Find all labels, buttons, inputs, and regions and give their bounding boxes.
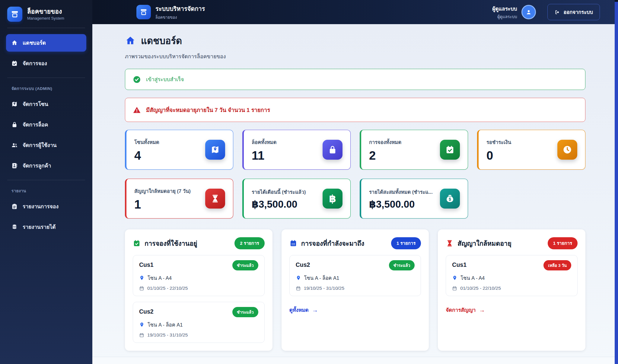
stat-card-bookings: การจองทั้งหมด 2 xyxy=(360,130,468,170)
scrollbar-thumb[interactable] xyxy=(615,2,618,364)
booking-dates: 01/10/25 - 22/10/25 xyxy=(147,286,188,291)
customer-name: Cus1 xyxy=(139,260,154,268)
booking-card: Cus1 เหลือ 3 วัน โซน A - A4 01/10/25 - 2… xyxy=(446,255,578,296)
map-pin-icon xyxy=(296,275,301,281)
home-icon xyxy=(11,40,18,46)
app-logo: ล็อคขายของ Management System xyxy=(0,0,92,28)
stat-value: ฿3,500.00 xyxy=(252,199,306,209)
clipboard-icon xyxy=(11,203,18,210)
avatar[interactable] xyxy=(521,5,536,19)
user-name: ผู้ดูแลระบบ xyxy=(492,5,517,13)
calendar-icon xyxy=(139,333,144,338)
booking-location: โซน A - ล็อค A1 xyxy=(148,321,183,329)
logout-icon xyxy=(554,9,560,15)
panel-title: การจองที่กำลังจะมาถึง xyxy=(301,238,391,248)
paid-badge: ชำระแล้ว xyxy=(389,260,415,270)
header-subtitle: ล็อคขายของ xyxy=(155,14,205,21)
arrow-right-icon: → xyxy=(312,307,318,313)
panels-row: การจองที่ใช้งานอยู่ 2 รายการ Cus1 ชำระแล… xyxy=(125,229,585,351)
calendar-icon xyxy=(296,286,301,291)
customer-name: Cus2 xyxy=(296,260,310,268)
users-icon xyxy=(11,142,18,148)
sidebar: ล็อคขายของ Management System แดชบอร์ด จั… xyxy=(0,0,92,364)
user-info: ผู้ดูแลระบบ ผู้ดูแลระบบ xyxy=(492,5,517,20)
calendar-check-icon xyxy=(11,60,18,67)
booking-dates: 19/10/25 - 31/10/25 xyxy=(147,332,188,338)
booking-dates: 01/10/25 - 22/10/25 xyxy=(460,286,501,291)
calendar-icon xyxy=(139,286,144,291)
sidebar-section-admin: จัดการระบบ (ADMIN) xyxy=(11,85,81,92)
stat-label: การจองทั้งหมด xyxy=(369,138,401,146)
sidebar-item-bookings[interactable]: จัดการจอง xyxy=(6,55,86,72)
paid-badge: ชำระแล้ว xyxy=(232,307,258,317)
expiring-contracts-panel: สัญญาใกล้หมดอายุ 1 รายการ Cus1 เหลือ 3 ว… xyxy=(438,229,585,351)
map-icon xyxy=(11,101,18,107)
check-circle-icon xyxy=(133,75,141,84)
booking-card: Cus2 ชำระแล้ว โซน A - ล็อค A1 19/10/25 -… xyxy=(289,255,421,296)
sidebar-item-label: จัดการโซน xyxy=(23,100,48,108)
sidebar-item-zones[interactable]: จัดการโซน xyxy=(6,95,86,113)
lock-icon xyxy=(323,140,342,160)
stat-label: รอชำระเงิน xyxy=(486,138,511,146)
stat-label: รายได้เดือนนี้ (ชำระแล้ว) xyxy=(252,188,306,196)
active-bookings-panel: การจองที่ใช้งานอยู่ 2 รายการ Cus1 ชำระแล… xyxy=(125,229,272,351)
stat-value: ฿3,500.00 xyxy=(369,199,433,209)
customer-name: Cus1 xyxy=(452,260,467,268)
sidebar-divider xyxy=(7,180,85,181)
main-content: แดชบอร์ด ภาพรวมของระบบบริหารจัดการล็อคขา… xyxy=(92,24,618,364)
stat-label: ล็อคทั้งหมด xyxy=(252,138,276,146)
stat-value: 4 xyxy=(134,149,159,161)
page-subtitle: ภาพรวมของระบบบริหารจัดการล็อคขายของ xyxy=(125,52,585,61)
user-icon xyxy=(525,9,532,15)
scrollbar[interactable] xyxy=(615,0,618,364)
logout-button[interactable]: ออกจากระบบ xyxy=(547,4,600,20)
manage-contracts-link[interactable]: จัดการสัญญา → xyxy=(446,306,485,314)
booking-location: โซน A - A4 xyxy=(148,274,172,282)
booking-location: โซน A - ล็อค A1 xyxy=(304,274,339,282)
arrow-right-icon: → xyxy=(479,307,485,313)
booking-card: Cus1 ชำระแล้ว โซน A - A4 01/10/25 - 22/1… xyxy=(133,255,265,296)
baht-icon: ฿ xyxy=(323,189,342,209)
sidebar-item-customers[interactable]: จัดการลูกค้า xyxy=(6,157,86,174)
app-root: ล็อคขายของ Management System แดชบอร์ด จั… xyxy=(0,0,618,364)
upcoming-bookings-panel: การจองที่กำลังจะมาถึง 1 รายการ Cus2 ชำระ… xyxy=(282,229,429,351)
coins-icon xyxy=(11,224,18,230)
sidebar-nav: แดชบอร์ด จัดการจอง จัดการระบบ (ADMIN) จั… xyxy=(0,28,92,236)
sidebar-item-label: จัดการจอง xyxy=(23,59,47,68)
sidebar-item-label: รายงานรายได้ xyxy=(23,223,56,231)
warning-triangle-icon xyxy=(133,106,141,114)
count-badge: 1 รายการ xyxy=(391,237,421,249)
top-bar: ระบบบริหารจัดการ ล็อคขายของ ผู้ดูแลระบบ … xyxy=(92,0,618,24)
hourglass-icon xyxy=(205,189,225,209)
sidebar-item-locks[interactable]: จัดการล็อค xyxy=(6,116,86,133)
sidebar-item-booking-report[interactable]: รายงานการจอง xyxy=(6,198,86,215)
sidebar-item-dashboard[interactable]: แดชบอร์ด xyxy=(6,34,86,52)
stat-label: รายได้สะสมทั้งหมด (ชำระแ... xyxy=(369,188,433,196)
stat-value: 2 xyxy=(369,149,401,161)
stat-card-expiring-contracts: สัญญาใกล้หมดอายุ (7 วัน) 1 xyxy=(125,179,233,219)
sidebar-item-users[interactable]: จัดการผู้ใช้งาน xyxy=(6,136,86,154)
stats-grid: โซนทั้งหมด 4 ล็อคทั้งหมด 11 การจองทั้ง xyxy=(125,130,585,219)
clock-icon xyxy=(557,140,577,160)
booking-location: โซน A - A4 xyxy=(460,274,485,282)
stat-value: 1 xyxy=(134,198,191,210)
paid-badge: ชำระแล้ว xyxy=(232,260,258,270)
sidebar-item-label: จัดการลูกค้า xyxy=(23,161,51,170)
stat-value: 0 xyxy=(486,149,511,161)
sidebar-item-label: รายงานการจอง xyxy=(23,202,59,211)
header-title: ระบบบริหารจัดการ xyxy=(155,4,205,14)
sidebar-item-revenue-report[interactable]: รายงานรายได้ xyxy=(6,218,86,236)
hourglass-icon xyxy=(446,239,454,247)
stat-card-zones: โซนทั้งหมด 4 xyxy=(125,130,233,170)
contact-card-icon xyxy=(11,162,18,169)
stat-card-total-revenue: รายได้สะสมทั้งหมด (ชำระแ... ฿3,500.00 xyxy=(360,179,468,219)
lock-icon xyxy=(11,121,18,128)
view-all-link[interactable]: ดูทั้งหมด → xyxy=(289,306,318,314)
booking-card: Cus2 ชำระแล้ว โซน A - ล็อค A1 19/10/25 -… xyxy=(133,302,265,343)
sidebar-section-reports: รายงาน xyxy=(11,187,81,194)
money-bag-icon xyxy=(440,189,460,209)
page-title: แดชบอร์ด xyxy=(125,33,585,48)
user-role: ผู้ดูแลระบบ xyxy=(492,13,517,20)
home-icon xyxy=(125,35,136,46)
logout-label: ออกจากระบบ xyxy=(564,8,593,16)
